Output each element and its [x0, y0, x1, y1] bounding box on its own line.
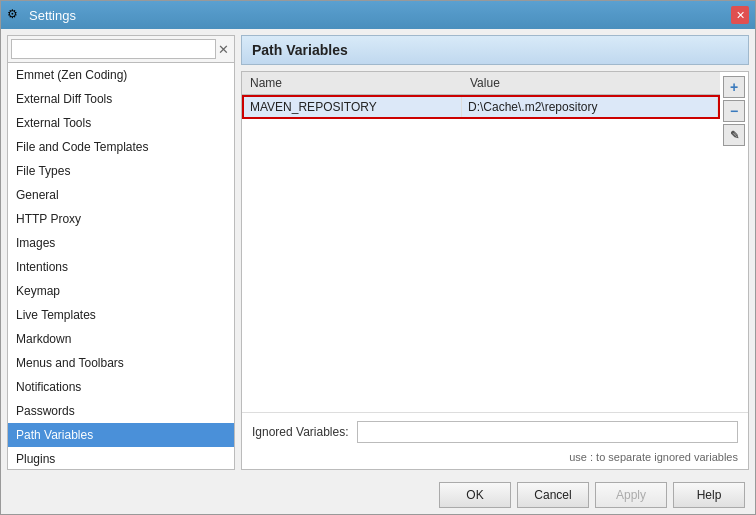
cell-value: D:\Cache\.m2\repository — [462, 97, 718, 117]
title-bar: ⚙ Settings ✕ — [1, 1, 755, 29]
col-value-header: Value — [466, 75, 716, 91]
col-name-header: Name — [246, 75, 466, 91]
settings-window: ⚙ Settings ✕ ✕ Emmet (Zen Coding)Externa… — [0, 0, 756, 515]
content-area: ✕ Emmet (Zen Coding)External Diff ToolsE… — [1, 29, 755, 476]
add-variable-button[interactable]: + — [723, 76, 745, 98]
sidebar-item-file-types[interactable]: File Types — [8, 159, 234, 183]
table-body: MAVEN_REPOSITORYD:\Cache\.m2\repository — [242, 95, 720, 119]
edit-variable-button[interactable]: ✎ — [723, 124, 745, 146]
hint-text: use : to separate ignored variables — [242, 451, 748, 469]
ignored-label: Ignored Variables: — [252, 425, 349, 439]
sidebar: ✕ Emmet (Zen Coding)External Diff ToolsE… — [7, 35, 235, 470]
sidebar-item-path-variables[interactable]: Path Variables — [8, 423, 234, 447]
table-header: Name Value — [242, 72, 720, 95]
sidebar-search-input[interactable] — [11, 39, 216, 59]
sidebar-item-external-tools[interactable]: External Tools — [8, 111, 234, 135]
ok-button[interactable]: OK — [439, 482, 511, 508]
main-panel: Path Variables Name Value MAVEN_REPOSITO… — [241, 35, 749, 470]
sidebar-item-http-proxy[interactable]: HTTP Proxy — [8, 207, 234, 231]
sidebar-item-passwords[interactable]: Passwords — [8, 399, 234, 423]
title-bar-left: ⚙ Settings — [7, 7, 76, 23]
panel-header: Path Variables — [241, 35, 749, 65]
sidebar-item-images[interactable]: Images — [8, 231, 234, 255]
window-title: Settings — [29, 8, 76, 23]
table-rows: Name Value MAVEN_REPOSITORYD:\Cache\.m2\… — [242, 72, 720, 412]
sidebar-item-markdown[interactable]: Markdown — [8, 327, 234, 351]
sidebar-item-emmet-(zen-coding)[interactable]: Emmet (Zen Coding) — [8, 63, 234, 87]
sidebar-search-clear-button[interactable]: ✕ — [216, 43, 231, 56]
action-buttons: + − ✎ — [720, 72, 748, 412]
bottom-bar: OK Cancel Apply Help — [1, 476, 755, 514]
help-button[interactable]: Help — [673, 482, 745, 508]
sidebar-item-plugins[interactable]: Plugins — [8, 447, 234, 469]
ignored-section: Ignored Variables: — [242, 412, 748, 451]
close-button[interactable]: ✕ — [731, 6, 749, 24]
remove-variable-button[interactable]: − — [723, 100, 745, 122]
app-icon: ⚙ — [7, 7, 23, 23]
sidebar-item-menus-and-toolbars[interactable]: Menus and Toolbars — [8, 351, 234, 375]
table-row[interactable]: MAVEN_REPOSITORYD:\Cache\.m2\repository — [242, 95, 720, 119]
sidebar-item-general[interactable]: General — [8, 183, 234, 207]
cell-name: MAVEN_REPOSITORY — [244, 97, 462, 117]
cancel-button[interactable]: Cancel — [517, 482, 589, 508]
sidebar-list: Emmet (Zen Coding)External Diff ToolsExt… — [8, 63, 234, 469]
sidebar-item-file-and-code-templates[interactable]: File and Code Templates — [8, 135, 234, 159]
sidebar-item-intentions[interactable]: Intentions — [8, 255, 234, 279]
sidebar-item-live-templates[interactable]: Live Templates — [8, 303, 234, 327]
table-area: Name Value MAVEN_REPOSITORYD:\Cache\.m2\… — [242, 72, 748, 412]
sidebar-item-external-diff-tools[interactable]: External Diff Tools — [8, 87, 234, 111]
ignored-variables-input[interactable] — [357, 421, 738, 443]
sidebar-item-keymap[interactable]: Keymap — [8, 279, 234, 303]
apply-button[interactable]: Apply — [595, 482, 667, 508]
sidebar-item-notifications[interactable]: Notifications — [8, 375, 234, 399]
panel-body: Name Value MAVEN_REPOSITORYD:\Cache\.m2\… — [241, 71, 749, 470]
sidebar-search-bar: ✕ — [8, 36, 234, 63]
